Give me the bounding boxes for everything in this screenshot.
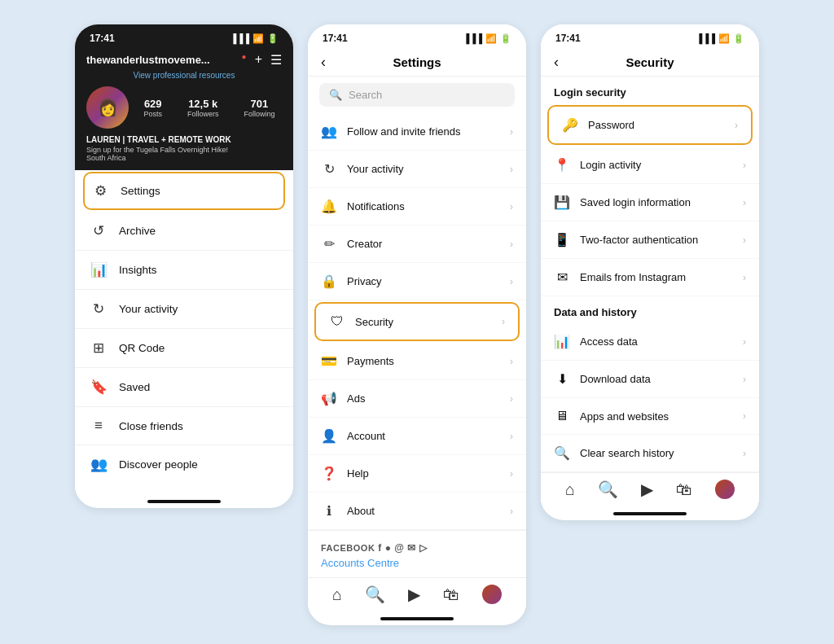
activity-icon: ↻ (90, 300, 108, 318)
item-left: ℹ About (321, 503, 375, 519)
password-icon: 🔑 (562, 117, 578, 133)
menu-item-discover[interactable]: 👥 Discover people (75, 445, 293, 484)
chevron-icon: › (743, 234, 746, 246)
settings-item-about[interactable]: ℹ About › (308, 493, 526, 530)
security-item-clear-history[interactable]: 🔍 Clear search history › (541, 435, 759, 472)
home-nav-icon[interactable]: ⌂ (332, 585, 342, 604)
bio-location: South Africa (86, 154, 282, 162)
security-item-password[interactable]: 🔑 Password › (549, 107, 751, 143)
security-item-download[interactable]: ⬇ Download data › (541, 361, 759, 398)
reels-nav-icon-3[interactable]: ▶ (641, 480, 653, 499)
item-left: ⬇ Download data (554, 371, 651, 387)
menu-item-insights[interactable]: 📊 Insights (75, 251, 293, 290)
item-left: 🖥 Apps and websites (554, 409, 669, 423)
notification-dot: ● (242, 52, 247, 68)
back-arrow-3[interactable]: ‹ (554, 54, 559, 71)
menu-item-settings[interactable]: ⚙ Settings (83, 172, 285, 210)
help-icon: ❓ (321, 466, 337, 481)
status-icons-3: ▐▐▐ 📶 🔋 (696, 33, 744, 44)
reels-nav-icon[interactable]: ▶ (408, 585, 420, 604)
menu-icon[interactable]: ☰ (270, 52, 282, 68)
security-page-header: ‹ Security (541, 47, 759, 77)
header-action-icons: ● + ☰ (242, 52, 282, 68)
item-left: 🔒 Privacy (321, 274, 382, 289)
pro-resources-link[interactable]: View professional resources (86, 71, 282, 80)
chevron-icon: › (510, 276, 513, 287)
about-label: About (347, 505, 375, 517)
saved-icon: 🔖 (90, 379, 108, 396)
search-nav-icon-3[interactable]: 🔍 (598, 480, 618, 499)
shop-nav-icon[interactable]: 🛍 (443, 585, 459, 604)
profile-nav-avatar-3[interactable] (715, 480, 735, 499)
signal-icon-2: ▐▐▐ (463, 33, 482, 43)
home-nav-icon-3[interactable]: ⌂ (565, 480, 575, 499)
search-nav-icon[interactable]: 🔍 (365, 585, 385, 604)
settings-item-security[interactable]: 🛡 Security › (316, 304, 518, 340)
stats-group: 629 Posts 12,5 k Followers 701 Following (137, 98, 282, 118)
settings-item-account[interactable]: 👤 Account › (308, 418, 526, 455)
menu-item-archive[interactable]: ↺ Archive (75, 212, 293, 251)
search-bar[interactable]: 🔍 Search (319, 83, 515, 107)
security-item-apps[interactable]: 🖥 Apps and websites › (541, 398, 759, 435)
item-left: 🔑 Password (562, 117, 634, 133)
settings-item-follow[interactable]: 👥 Follow and invite friends › (308, 113, 526, 151)
security-item-login-activity[interactable]: 📍 Login activity › (541, 147, 759, 184)
phone-2-screen: 17:41 ▐▐▐ 📶 🔋 ‹ Settings 🔍 Search 👥 Fo (308, 24, 526, 614)
profile-menu: ⚙ Settings ↺ Archive 📊 Insights ↻ Your a… (75, 170, 293, 497)
download-icon: ⬇ (554, 371, 570, 387)
menu-item-saved[interactable]: 🔖 Saved (75, 368, 293, 407)
settings-item-payments[interactable]: 💳 Payments › (308, 343, 526, 380)
chevron-icon: › (743, 448, 746, 459)
clear-history-icon: 🔍 (554, 445, 570, 461)
security-item-2fa[interactable]: 📱 Two-factor authentication › (541, 221, 759, 259)
item-left: 📊 Access data (554, 334, 638, 349)
security-item-emails[interactable]: ✉ Emails from Instagram › (541, 259, 759, 296)
add-icon[interactable]: + (255, 52, 262, 68)
profile-nav-avatar[interactable] (482, 585, 502, 604)
battery-icon: 🔋 (267, 33, 279, 44)
item-left: 📍 Login activity (554, 157, 641, 173)
security-item-saved-login[interactable]: 💾 Saved login information › (541, 184, 759, 221)
menu-item-activity[interactable]: ↻ Your activity (75, 290, 293, 329)
settings-item-help[interactable]: ❓ Help › (308, 455, 526, 493)
item-left: 📱 Two-factor authentication (554, 232, 698, 248)
creator-label: Creator (347, 238, 382, 250)
time-3: 17:41 (555, 33, 581, 44)
settings-item-privacy[interactable]: 🔒 Privacy › (308, 263, 526, 300)
access-label: Access data (580, 335, 638, 348)
chevron-icon: › (510, 239, 513, 250)
menu-item-close-friends[interactable]: ≡ Close friends (75, 407, 293, 445)
account-icon: 👤 (321, 428, 337, 444)
insights-label: Insights (119, 264, 157, 276)
login-security-label: Login security (541, 77, 759, 103)
settings-item-activity[interactable]: ↻ Your activity › (308, 151, 526, 188)
emails-icon: ✉ (554, 269, 570, 285)
chevron-icon: › (743, 374, 746, 385)
followers-label: Followers (187, 110, 219, 118)
privacy-icon: 🔒 (321, 274, 337, 289)
phones-container: 17:41 ▐▐▐ 📶 🔋 thewanderlustmoveme... ● +… (75, 24, 759, 625)
settings-item-creator[interactable]: ✏ Creator › (308, 226, 526, 263)
chevron-icon: › (502, 316, 505, 327)
settings-title: Settings (393, 55, 441, 69)
posts-label: Posts (143, 110, 162, 118)
activity-label: Your activity (119, 303, 178, 315)
chevron-icon: › (510, 506, 513, 517)
accounts-centre-link[interactable]: Accounts Centre (321, 557, 513, 574)
back-arrow-2[interactable]: ‹ (321, 54, 326, 71)
phone-3: 17:41 ▐▐▐ 📶 🔋 ‹ Security Login security … (541, 24, 759, 520)
qr-icon: ⊞ (90, 340, 108, 357)
settings-item-notifications[interactable]: 🔔 Notifications › (308, 188, 526, 226)
item-left: 💾 Saved login information (554, 195, 691, 210)
item-left: 📢 Ads (321, 391, 365, 406)
settings-item-ads[interactable]: 📢 Ads › (308, 380, 526, 418)
security-item-access[interactable]: 📊 Access data › (541, 323, 759, 361)
menu-item-qr[interactable]: ⊞ QR Code (75, 329, 293, 368)
shop-nav-icon-3[interactable]: 🛍 (676, 480, 692, 499)
battery-icon-2: 🔋 (500, 33, 511, 44)
ads-icon: 📢 (321, 391, 337, 406)
archive-icon: ↺ (90, 222, 108, 239)
home-indicator-2 (380, 617, 454, 620)
2fa-icon: 📱 (554, 232, 570, 248)
item-left: ✏ Creator (321, 236, 382, 252)
